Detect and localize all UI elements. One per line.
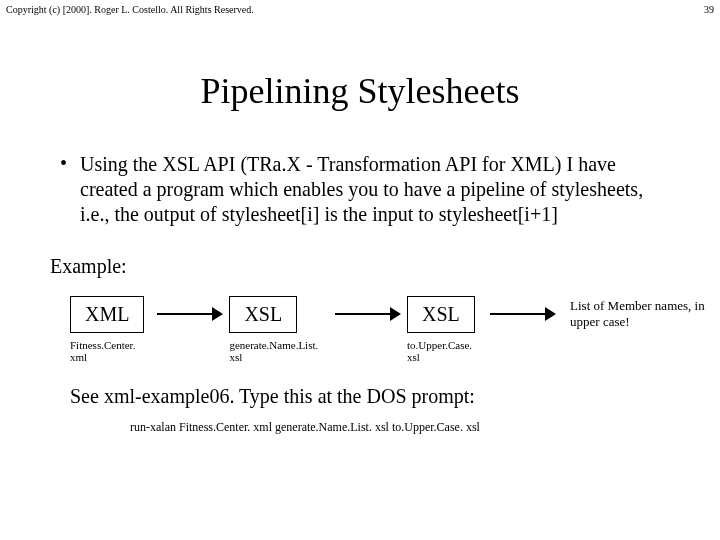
diagram-node: XSL generate.Name.List. xsl [229,296,328,363]
copyright-text: Copyright (c) [2000]. Roger L. Costello.… [6,4,254,15]
diagram-result: List of Member names, in upper case! [570,298,720,329]
arrow-icon [157,296,223,332]
diagram-node: XML Fitness.Center. xml [70,296,151,363]
footer-text: See xml-example06. Type this at the DOS … [70,385,720,408]
example-label: Example: [50,255,720,278]
node-caption: to.Upper.Case. xsl [407,339,484,363]
arrow-icon [490,296,556,332]
node-caption: Fitness.Center. xml [70,339,151,363]
node-box: XSL [407,296,475,333]
slide-title: Pipelining Stylesheets [0,70,720,112]
node-caption: generate.Name.List. xsl [229,339,328,363]
bullet-mark: • [60,152,80,227]
arrow-icon [335,296,401,332]
slide-header: Copyright (c) [2000]. Roger L. Costello.… [6,4,714,15]
bullet-item: • Using the XSL API (TRa.X - Transformat… [60,152,660,227]
node-box: XSL [229,296,297,333]
pipeline-diagram: XML Fitness.Center. xml XSL generate.Nam… [70,296,720,363]
command-text: run-xalan Fitness.Center. xml generate.N… [130,420,720,435]
bullet-text: Using the XSL API (TRa.X - Transformatio… [80,152,660,227]
node-box: XML [70,296,144,333]
page-number: 39 [704,4,714,15]
diagram-node: XSL to.Upper.Case. xsl [407,296,484,363]
